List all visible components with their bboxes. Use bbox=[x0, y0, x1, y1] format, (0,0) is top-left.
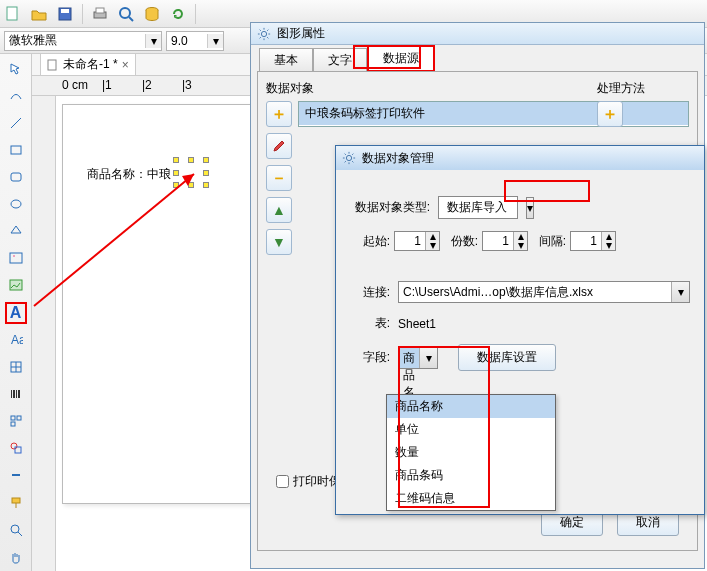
tab-basic[interactable]: 基本 bbox=[259, 48, 313, 72]
text-tool[interactable]: A bbox=[5, 302, 27, 324]
delete-button[interactable]: － bbox=[266, 165, 292, 191]
selection-handle[interactable] bbox=[203, 182, 209, 188]
svg-point-37 bbox=[261, 31, 266, 36]
dropdown-option[interactable]: 商品名称 bbox=[387, 395, 555, 418]
property-tabs: 基本 文字 数据源 bbox=[251, 45, 704, 71]
zoom-tool[interactable] bbox=[5, 519, 27, 540]
new-icon[interactable] bbox=[4, 5, 22, 23]
type-dropdown-button[interactable]: ▾ bbox=[526, 197, 534, 219]
svg-rect-23 bbox=[18, 390, 20, 398]
panel-titlebar[interactable]: 图形属性 bbox=[251, 23, 704, 45]
table-tool[interactable] bbox=[5, 357, 27, 378]
line-tool[interactable] bbox=[5, 112, 27, 133]
dropdown-option[interactable]: 二维码信息 bbox=[387, 487, 555, 510]
paint-tool[interactable] bbox=[5, 492, 27, 513]
connection-combo[interactable]: C:\Users\Admi…op\数据库信息.xlsx ▾ bbox=[398, 281, 690, 303]
dropdown-option[interactable]: 数量 bbox=[387, 441, 555, 464]
arrow-down-icon: ▼ bbox=[272, 234, 286, 250]
rounded-rect-tool[interactable] bbox=[5, 166, 27, 187]
dropdown-option[interactable]: 单位 bbox=[387, 418, 555, 441]
svg-rect-30 bbox=[12, 498, 20, 503]
close-icon[interactable]: × bbox=[122, 58, 129, 72]
font-name-select[interactable]: 微软雅黑 ▾ bbox=[4, 31, 162, 51]
database-icon[interactable] bbox=[143, 5, 161, 23]
shape-tool[interactable] bbox=[5, 438, 27, 459]
gear-icon bbox=[257, 27, 271, 41]
svg-rect-2 bbox=[61, 9, 69, 13]
svg-rect-26 bbox=[11, 422, 15, 426]
selection-handle[interactable] bbox=[203, 157, 209, 163]
preview-icon[interactable] bbox=[117, 5, 135, 23]
ellipse-tool[interactable] bbox=[5, 193, 27, 214]
picture-tool[interactable] bbox=[5, 275, 27, 296]
svg-rect-0 bbox=[7, 7, 17, 20]
svg-point-38 bbox=[346, 155, 351, 160]
section-method: 处理方法 bbox=[597, 80, 687, 97]
svg-line-6 bbox=[129, 17, 133, 21]
svg-line-33 bbox=[18, 532, 22, 536]
richtext-tool[interactable]: Aa bbox=[5, 330, 27, 351]
selection-handle[interactable] bbox=[173, 157, 179, 163]
selection-handle[interactable] bbox=[188, 182, 194, 188]
label-text-object[interactable]: 商品名称：中琅 bbox=[87, 164, 171, 183]
gap-label: 间隔: bbox=[532, 233, 566, 250]
chevron-down-icon[interactable]: ▾ bbox=[207, 34, 223, 48]
move-down-button[interactable]: ▼ bbox=[266, 229, 292, 255]
barcode-tool[interactable] bbox=[5, 384, 27, 405]
gap-spinner[interactable]: 1▴▾ bbox=[570, 231, 616, 251]
svg-point-32 bbox=[11, 525, 19, 533]
chevron-down-icon[interactable]: ▾ bbox=[419, 348, 437, 368]
pointer-tool[interactable] bbox=[5, 58, 27, 79]
spin-down[interactable]: ▾ bbox=[602, 241, 615, 250]
field-combo[interactable]: 商品名称 ▾ bbox=[398, 347, 438, 369]
panel-title: 图形属性 bbox=[277, 25, 325, 42]
open-icon[interactable] bbox=[30, 5, 48, 23]
svg-point-11 bbox=[11, 200, 21, 208]
spin-down[interactable]: ▾ bbox=[514, 241, 527, 250]
arrow-up-icon: ▲ bbox=[272, 202, 286, 218]
add-method-button[interactable]: ＋ bbox=[597, 101, 623, 127]
checkbox-input[interactable] bbox=[276, 475, 289, 488]
conn-label: 连接: bbox=[350, 284, 390, 301]
selection-handle[interactable] bbox=[173, 182, 179, 188]
refresh-icon[interactable] bbox=[169, 5, 187, 23]
tab-text[interactable]: 文字 bbox=[313, 48, 367, 72]
chevron-down-icon[interactable]: ▾ bbox=[671, 282, 689, 302]
copies-spinner[interactable]: 1▴▾ bbox=[482, 231, 528, 251]
save-icon[interactable] bbox=[56, 5, 74, 23]
chevron-down-icon[interactable]: ▾ bbox=[145, 34, 161, 48]
image-tool[interactable] bbox=[5, 247, 27, 268]
start-spinner[interactable]: 1▴▾ bbox=[394, 231, 440, 251]
tab-datasource[interactable]: 数据源 bbox=[367, 45, 435, 72]
spin-down[interactable]: ▾ bbox=[426, 241, 439, 250]
svg-rect-21 bbox=[13, 390, 15, 398]
field-label: 字段: bbox=[350, 349, 390, 366]
selection-handle[interactable] bbox=[188, 157, 194, 163]
svg-rect-20 bbox=[11, 390, 12, 398]
dialog-title: 数据对象管理 bbox=[362, 150, 434, 167]
document-tab[interactable]: 未命名-1 * × bbox=[40, 53, 136, 76]
print-icon[interactable] bbox=[91, 5, 109, 23]
ruler-tick: |2 bbox=[142, 78, 152, 92]
qrcode-tool[interactable] bbox=[5, 411, 27, 432]
selection-handle[interactable] bbox=[173, 170, 179, 176]
line-drawing-tool[interactable] bbox=[5, 85, 27, 106]
db-settings-button[interactable]: 数据库设置 bbox=[458, 344, 556, 371]
rect-tool[interactable] bbox=[5, 139, 27, 160]
svg-point-5 bbox=[120, 8, 130, 18]
start-value: 1 bbox=[395, 232, 425, 250]
edit-button[interactable] bbox=[266, 133, 292, 159]
dropdown-option[interactable]: 商品条码 bbox=[387, 464, 555, 487]
dialog-titlebar[interactable]: 数据对象管理 bbox=[336, 146, 704, 170]
separator bbox=[82, 4, 83, 24]
font-size-select[interactable]: 9.0 ▾ bbox=[166, 31, 224, 51]
move-up-button[interactable]: ▲ bbox=[266, 197, 292, 223]
ruler-tick: |3 bbox=[182, 78, 192, 92]
hand-tool[interactable] bbox=[5, 546, 27, 567]
minus-tool[interactable] bbox=[5, 465, 27, 486]
add-button[interactable]: ＋ bbox=[266, 101, 292, 127]
selection-handle[interactable] bbox=[203, 170, 209, 176]
field-dropdown-list[interactable]: 商品名称 单位 数量 商品条码 二维码信息 bbox=[386, 394, 556, 511]
polygon-tool[interactable] bbox=[5, 220, 27, 241]
ruler-tick: 0 cm bbox=[62, 78, 88, 92]
